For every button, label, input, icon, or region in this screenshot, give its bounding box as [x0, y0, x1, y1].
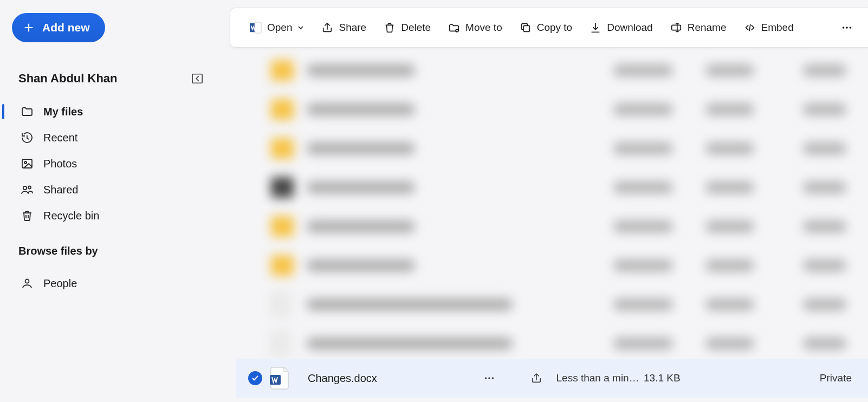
download-label: Download: [607, 22, 653, 34]
open-label: Open: [267, 22, 292, 34]
action-toolbar: Open Share Delete Move to Copy to Downlo…: [230, 8, 868, 48]
browse-files-by-header: Browse files by: [0, 245, 217, 257]
download-button[interactable]: Download: [582, 17, 660, 38]
selected-file-row[interactable]: Changes.docx Less than a minute ago 13.1…: [236, 359, 868, 398]
word-document-icon: [270, 366, 290, 390]
user-row: Shan Abdul Khan: [0, 72, 217, 86]
file-type-icon-cell: [270, 366, 308, 390]
svg-rect-0: [192, 74, 202, 83]
more-horizontal-icon: [483, 372, 495, 384]
svg-point-5: [25, 280, 29, 283]
svg-rect-10: [671, 25, 681, 30]
open-button[interactable]: Open: [242, 17, 312, 38]
plus-icon: [23, 22, 35, 34]
file-name[interactable]: Changes.docx: [308, 372, 481, 385]
rename-button[interactable]: Rename: [663, 17, 734, 38]
svg-point-12: [846, 27, 848, 29]
check-icon: [251, 374, 259, 382]
delete-label: Delete: [401, 22, 431, 34]
sidebar-item-label: My files: [43, 106, 83, 118]
person-icon: [21, 277, 34, 290]
blurred-file-list: [236, 51, 868, 354]
svg-rect-1: [22, 159, 32, 168]
image-icon: [21, 157, 34, 170]
sidebar-item-label: Recent: [43, 132, 77, 144]
trash-icon: [21, 209, 34, 222]
sidebar-item-recent[interactable]: Recent: [0, 125, 217, 151]
svg-point-13: [850, 27, 852, 29]
share-icon: [530, 372, 542, 384]
svg-point-3: [23, 186, 27, 190]
sidebar-item-shared[interactable]: Shared: [0, 177, 217, 203]
sidebar-item-my-files[interactable]: My files: [0, 99, 217, 125]
collapse-left-icon[interactable]: [191, 73, 204, 85]
svg-rect-9: [523, 25, 529, 31]
selection-check[interactable]: [248, 371, 262, 385]
clock-icon: [21, 131, 34, 144]
toolbar-overflow-button[interactable]: [833, 17, 860, 38]
rename-icon: [670, 22, 682, 34]
move-to-button[interactable]: Move to: [441, 17, 510, 38]
share-button[interactable]: Share: [314, 17, 374, 38]
file-modified: Less than a minute ago: [556, 372, 644, 384]
embed-button[interactable]: Embed: [736, 17, 801, 38]
sidebar-item-photos[interactable]: Photos: [0, 151, 217, 177]
folder-icon: [21, 105, 34, 118]
sidebar-item-label: Shared: [43, 184, 79, 196]
trash-icon: [384, 22, 396, 34]
file-size: 13.1 KB: [644, 372, 720, 384]
move-to-label: Move to: [465, 22, 502, 34]
share-label: Share: [339, 22, 366, 34]
sidebar-item-label: People: [43, 277, 77, 290]
chevron-down-icon: [297, 24, 304, 31]
copy-to-label: Copy to: [537, 22, 572, 34]
svg-point-17: [492, 377, 494, 379]
svg-point-4: [28, 186, 31, 189]
svg-rect-7: [255, 22, 261, 33]
file-sharing: Private: [803, 372, 868, 384]
word-app-icon: [250, 22, 262, 34]
user-name: Shan Abdul Khan: [18, 72, 118, 86]
browse-nav: People: [0, 270, 217, 296]
embed-icon: [744, 22, 756, 34]
row-more-button[interactable]: [481, 370, 497, 386]
delete-button[interactable]: Delete: [376, 17, 438, 38]
svg-point-15: [485, 377, 487, 379]
svg-point-11: [843, 27, 845, 29]
copy-to-icon: [520, 22, 532, 34]
move-to-icon: [448, 22, 460, 34]
row-share-button[interactable]: [530, 370, 543, 386]
svg-point-2: [24, 161, 27, 164]
sidebar-nav: My files Recent Photos Shared Recycle bi…: [0, 99, 217, 229]
svg-point-16: [488, 377, 490, 379]
share-icon: [321, 22, 333, 34]
copy-to-button[interactable]: Copy to: [512, 17, 580, 38]
embed-label: Embed: [761, 22, 794, 34]
sidebar-item-recycle-bin[interactable]: Recycle bin: [0, 203, 217, 229]
rename-label: Rename: [688, 22, 727, 34]
people-icon: [21, 183, 34, 196]
sidebar-item-people[interactable]: People: [0, 270, 217, 296]
download-icon: [590, 22, 601, 34]
add-new-button[interactable]: Add new: [12, 13, 105, 42]
sidebar-item-label: Photos: [43, 158, 77, 170]
more-horizontal-icon: [841, 22, 853, 34]
sidebar: Add new Shan Abdul Khan My files Recent …: [0, 0, 217, 402]
sidebar-item-label: Recycle bin: [43, 210, 99, 222]
add-new-label: Add new: [42, 21, 90, 34]
